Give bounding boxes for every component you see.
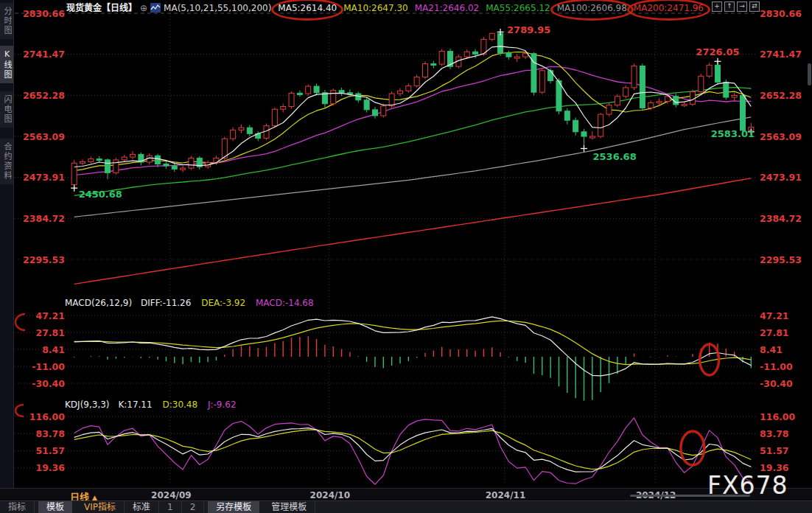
candle (113, 160, 119, 172)
ink-arc-fragment (15, 405, 24, 416)
candle (631, 66, 637, 88)
macd-dea-value: DEA:-3.92 (201, 298, 245, 308)
candle (648, 102, 654, 108)
candle (80, 161, 85, 163)
collapse-icon[interactable]: ⊕ (140, 3, 147, 13)
candle (740, 96, 745, 130)
candle (306, 86, 311, 94)
axis-tick-label: 27.81 (35, 327, 65, 338)
bottom-toolbar: 指标模板VIP指标标准12另存模板管理模板 (0, 500, 812, 513)
candle (172, 166, 177, 169)
tab-layout-2[interactable]: 2 (182, 501, 205, 513)
shift-right-icon[interactable]: ⇄ (749, 1, 760, 12)
chart-header: 现货黄金【日线】⊕MA(5,10,21,55,100,200)MA5:2614.… (66, 1, 704, 13)
axis-tick-label: -30.40 (760, 378, 793, 389)
candle (657, 102, 662, 103)
kdj-d-value: D:30.48 (162, 399, 197, 410)
tab-layout-1[interactable]: 1 (159, 501, 182, 513)
chart-style-icon[interactable] (150, 3, 161, 13)
candle (314, 86, 319, 93)
kdj-k-line (74, 428, 752, 472)
candle (724, 82, 729, 97)
price-extreme-label: 2450.68 (79, 189, 122, 200)
kdj-k-value: K:17.11 (118, 399, 152, 410)
axis-tick-label: 2473.91 (23, 172, 65, 183)
tab-kline-chart[interactable]: K线图 (0, 46, 13, 83)
candle (406, 86, 411, 91)
axis-tick-label: 51.57 (35, 445, 65, 456)
axis-tick-label: 2384.72 (760, 213, 802, 224)
ma21-line (74, 66, 752, 175)
fx678-watermark: FX678 (707, 471, 788, 500)
tab-vip-indicators[interactable]: VIP指标 (76, 501, 125, 513)
candle (439, 52, 444, 64)
axis-tick-label: 2652.28 (760, 90, 802, 101)
candle (239, 128, 244, 130)
candle (498, 33, 503, 53)
tab-contract-info[interactable]: 合约资料 (0, 139, 13, 184)
candle (247, 128, 252, 133)
axis-tick-label: 51.57 (760, 445, 789, 456)
candle (389, 94, 394, 106)
vertical-scrollbar-thumb[interactable] (808, 63, 811, 86)
candle (189, 158, 194, 168)
tab-indicators[interactable]: 指标 (0, 501, 35, 513)
tab-standard[interactable]: 标准 (125, 501, 159, 513)
tab-template[interactable]: 模板 (38, 501, 72, 513)
chart-canvas[interactable]: 2830.662830.662741.472741.472652.282652.… (0, 0, 812, 488)
candle (523, 54, 528, 57)
axis-tick-label: 116.00 (760, 411, 796, 422)
macd-title: MACD(26,12,9) (65, 298, 132, 308)
candle (105, 160, 111, 172)
ma-value-3: MA55:2665.12 (486, 3, 550, 13)
tab-save-template[interactable]: 另存模板 (208, 501, 259, 513)
candle (598, 114, 603, 136)
candle (372, 110, 377, 116)
ink-arc-fragment (15, 314, 25, 330)
ma200-line (74, 178, 752, 285)
ma-value-2: MA21:2646.02 (415, 3, 480, 13)
macd-dea-line (74, 321, 752, 364)
main-price-panel (71, 32, 754, 284)
period-tag: 【日线】 (102, 3, 137, 13)
candle (130, 154, 136, 157)
tab-time-chart[interactable]: 分时图 (0, 3, 13, 39)
instrument-title: 现货黄金 (66, 3, 102, 13)
candle (272, 109, 277, 125)
tab-flash-chart[interactable]: 闪电图 (0, 91, 13, 128)
axis-tick-label: 2830.66 (760, 8, 802, 19)
candle (88, 159, 94, 162)
y-axis-fit-icon[interactable]: ↑ (724, 1, 735, 12)
candle (423, 63, 428, 77)
candle (682, 104, 687, 105)
candle (623, 88, 629, 97)
ma10-line (74, 52, 752, 171)
axis-tick-label: 8.41 (760, 344, 783, 355)
ma-settings-label: MA(5,10,21,55,100,200) (164, 3, 271, 13)
chart-type-sidebar: 分时图K线图闪电图合约资料 (0, 0, 14, 488)
candle (489, 33, 494, 39)
candle (690, 92, 695, 105)
candle (155, 156, 161, 164)
candle (122, 157, 127, 160)
candle (339, 91, 344, 93)
candle (514, 57, 519, 58)
last-price-tag: 2583.01 (711, 128, 755, 139)
pan-icon[interactable]: + (712, 1, 722, 12)
axis-tick-label: 2741.47 (23, 49, 65, 60)
macd-macd-value: MACD:-14.68 (256, 298, 314, 308)
tab-manage-template[interactable]: 管理模板 (263, 501, 315, 513)
x-axis-fit-icon[interactable]: → (737, 1, 747, 12)
candle (539, 71, 545, 92)
xaxis-label: 2024/10 (310, 490, 350, 500)
candle (564, 111, 570, 120)
axis-tick-label: -11.00 (760, 361, 793, 372)
macd-panel (74, 317, 752, 401)
axis-tick-label: -11.00 (32, 361, 65, 372)
candle (640, 66, 645, 108)
axis-tick-label: 2295.53 (760, 254, 802, 265)
candle (473, 52, 478, 54)
macd-diff-line (74, 317, 752, 376)
candle (281, 106, 286, 109)
candle (732, 96, 737, 97)
